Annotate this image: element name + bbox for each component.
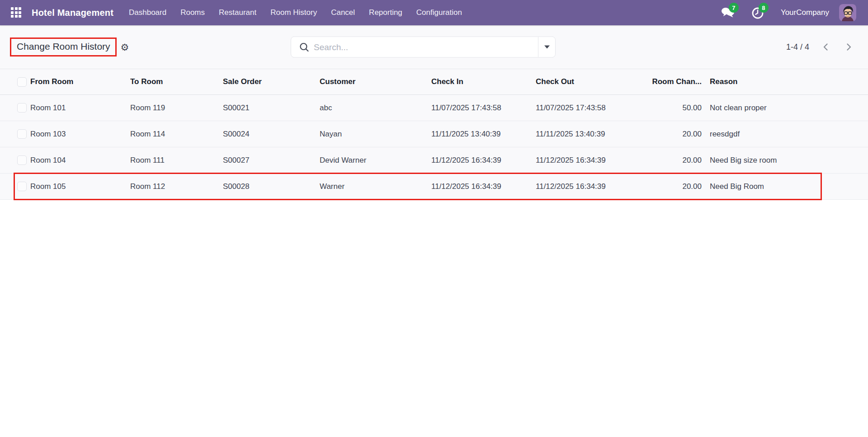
cell-check-out: 11/12/2025 16:34:39 bbox=[536, 174, 641, 199]
cell-reason: Need Big Room bbox=[703, 174, 868, 199]
cell-customer: Devid Warner bbox=[320, 147, 431, 173]
control-panel: Change Room History ⚙ 1-4 / 4 bbox=[0, 25, 868, 69]
cell-customer: abc bbox=[320, 95, 431, 121]
cell-to-room: Room 114 bbox=[130, 121, 223, 147]
search-left bbox=[291, 37, 538, 57]
cell-check-in: 11/07/2025 17:43:58 bbox=[431, 95, 536, 121]
cell-customer: Nayan bbox=[320, 121, 431, 147]
table-body: Room 101Room 119S00021abc11/07/2025 17:4… bbox=[0, 95, 868, 200]
nav-item-rooms[interactable]: Rooms bbox=[180, 0, 205, 25]
search-icon bbox=[299, 42, 309, 52]
cell-check-out: 11/12/2025 16:34:39 bbox=[536, 147, 641, 173]
nav-item-restaurant[interactable]: Restaurant bbox=[219, 0, 256, 25]
cell-sale-order: S00021 bbox=[223, 95, 320, 121]
nav-item-reporting[interactable]: Reporting bbox=[369, 0, 402, 25]
cell-room-charge: 20.00 bbox=[641, 147, 703, 173]
cell-from-room: Room 101 bbox=[30, 95, 130, 121]
column-header-room-charge[interactable]: Room Chan... bbox=[641, 69, 703, 94]
column-header-check-out[interactable]: Check Out bbox=[536, 69, 641, 94]
activities-badge: 8 bbox=[759, 3, 769, 13]
nav-item-configuration[interactable]: Configuration bbox=[416, 0, 462, 25]
chevron-down-icon bbox=[544, 46, 550, 49]
cell-to-room: Room 119 bbox=[130, 95, 223, 121]
messages-badge: 7 bbox=[729, 3, 739, 13]
column-header-from-room[interactable]: From Room bbox=[30, 69, 130, 94]
cell-check-in: 11/12/2025 16:34:39 bbox=[431, 174, 536, 199]
messages-icon[interactable]: 7 bbox=[721, 5, 741, 20]
cell-to-room: Room 112 bbox=[130, 174, 223, 199]
cell-room-charge: 50.00 bbox=[641, 95, 703, 121]
select-all-checkbox[interactable] bbox=[17, 77, 27, 87]
row-checkbox[interactable] bbox=[17, 155, 27, 165]
pager: 1-4 / 4 bbox=[786, 41, 854, 53]
chevron-left-icon bbox=[821, 42, 831, 52]
cell-customer: Warner bbox=[320, 174, 431, 199]
cell-reason: Need Big size room bbox=[703, 147, 868, 173]
cell-sale-order: S00027 bbox=[223, 147, 320, 173]
cell-check-out: 11/11/2025 13:40:39 bbox=[536, 121, 641, 147]
main-menu: Dashboard Rooms Restaurant Room History … bbox=[129, 0, 462, 25]
cell-reason: Not clean proper bbox=[703, 95, 868, 121]
breadcrumb-title[interactable]: Change Room History bbox=[17, 41, 110, 52]
cell-room-charge: 20.00 bbox=[641, 121, 703, 147]
column-header-sale-order[interactable]: Sale Order bbox=[223, 69, 320, 94]
activities-icon[interactable]: 8 bbox=[751, 5, 771, 20]
column-header-customer[interactable]: Customer bbox=[320, 69, 431, 94]
annotation-breadcrumb-box: Change Room History bbox=[10, 38, 117, 56]
chevron-right-icon bbox=[844, 42, 854, 52]
company-switcher[interactable]: YourCompany bbox=[781, 8, 829, 17]
topbar-right: 7 8 YourCompany bbox=[721, 4, 856, 21]
cell-from-room: Room 105 bbox=[30, 174, 130, 199]
search-bar bbox=[291, 37, 556, 58]
top-navbar: Hotel Management Dashboard Rooms Restaur… bbox=[0, 0, 868, 25]
table-header-row: From Room To Room Sale Order Customer Ch… bbox=[0, 69, 868, 95]
cell-check-in: 11/11/2025 13:40:39 bbox=[431, 121, 536, 147]
row-checkbox[interactable] bbox=[17, 129, 27, 139]
cell-check-in: 11/12/2025 16:34:39 bbox=[431, 147, 536, 173]
row-checkbox[interactable] bbox=[17, 182, 27, 191]
column-header-to-room[interactable]: To Room bbox=[130, 69, 223, 94]
pager-range: 1-4 / 4 bbox=[786, 42, 809, 52]
search-dropdown-toggle[interactable] bbox=[538, 37, 555, 57]
cell-sale-order: S00028 bbox=[223, 174, 320, 199]
room-history-list: From Room To Room Sale Order Customer Ch… bbox=[0, 69, 868, 200]
cell-from-room: Room 104 bbox=[30, 147, 130, 173]
cell-from-room: Room 103 bbox=[30, 121, 130, 147]
table-row[interactable]: Room 104Room 111S00027Devid Warner11/12/… bbox=[0, 147, 868, 174]
pager-previous-button[interactable] bbox=[820, 41, 832, 53]
cell-to-room: Room 111 bbox=[130, 147, 223, 173]
gear-icon[interactable]: ⚙ bbox=[121, 42, 129, 52]
search-input[interactable] bbox=[309, 42, 538, 52]
cell-room-charge: 20.00 bbox=[641, 174, 703, 199]
table-row[interactable]: Room 105Room 112S00028Warner11/12/2025 1… bbox=[0, 174, 868, 200]
row-checkbox[interactable] bbox=[17, 103, 27, 113]
nav-item-dashboard[interactable]: Dashboard bbox=[129, 0, 166, 25]
pager-next-button[interactable] bbox=[843, 41, 854, 53]
cell-reason: reesdgdf bbox=[703, 121, 868, 147]
avatar-image bbox=[839, 4, 856, 21]
column-header-check-in[interactable]: Check In bbox=[431, 69, 536, 94]
apps-menu-icon[interactable] bbox=[11, 7, 22, 18]
nav-item-room-history[interactable]: Room History bbox=[270, 0, 317, 25]
nav-item-cancel[interactable]: Cancel bbox=[331, 0, 355, 25]
column-header-reason[interactable]: Reason bbox=[703, 69, 868, 94]
cell-sale-order: S00024 bbox=[223, 121, 320, 147]
table-row[interactable]: Room 101Room 119S00021abc11/07/2025 17:4… bbox=[0, 95, 868, 121]
app-name[interactable]: Hotel Management bbox=[32, 8, 113, 18]
cell-check-out: 11/07/2025 17:43:58 bbox=[536, 95, 641, 121]
table-row[interactable]: Room 103Room 114S00024Nayan11/11/2025 13… bbox=[0, 121, 868, 147]
user-avatar[interactable] bbox=[839, 4, 856, 21]
